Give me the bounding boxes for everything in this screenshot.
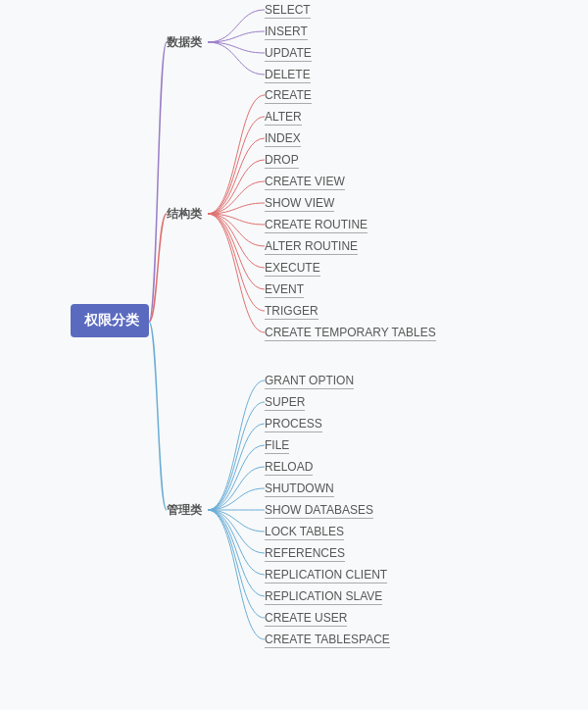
leaf-label: EXECUTE bbox=[265, 261, 320, 277]
leaf-label: ALTER ROUTINE bbox=[265, 239, 358, 255]
leaf-label: LOCK TABLES bbox=[265, 525, 344, 540]
leaf-label: SELECT bbox=[265, 3, 311, 19]
leaf-label: REPLICATION CLIENT bbox=[265, 568, 387, 583]
leaf-label: REPLICATION SLAVE bbox=[265, 589, 382, 605]
leaf-label: ALTER bbox=[265, 110, 302, 126]
leaf-label: SUPER bbox=[265, 395, 305, 411]
leaf-label: INDEX bbox=[265, 131, 301, 147]
leaf-label: REFERENCES bbox=[265, 546, 345, 562]
leaf-label: GRANT OPTION bbox=[265, 374, 354, 389]
leaf-label: PROCESS bbox=[265, 417, 322, 432]
leaf-label: RELOAD bbox=[265, 460, 313, 476]
mindmap-diagram: 权限分类数据类SELECTINSERTUPDATEDELETE结构类CREATE… bbox=[0, 0, 588, 710]
category-label-0: 数据类 bbox=[167, 34, 202, 51]
leaf-label: SHUTDOWN bbox=[265, 482, 334, 497]
leaf-label: CREATE TEMPORARY TABLES bbox=[265, 326, 436, 341]
category-label-2: 管理类 bbox=[167, 502, 202, 519]
leaf-label: CREATE ROUTINE bbox=[265, 218, 368, 233]
category-label-1: 结构类 bbox=[167, 206, 202, 223]
leaf-label: DROP bbox=[265, 153, 299, 169]
leaf-label: EVENT bbox=[265, 282, 304, 298]
leaf-label: CREATE VIEW bbox=[265, 175, 345, 190]
leaf-label: CREATE TABLESPACE bbox=[265, 633, 390, 648]
root-node: 权限分类 bbox=[71, 304, 149, 337]
leaf-label: TRIGGER bbox=[265, 304, 318, 320]
leaf-label: CREATE bbox=[265, 88, 312, 104]
leaf-label: INSERT bbox=[265, 25, 308, 40]
leaf-label: SHOW DATABASES bbox=[265, 503, 373, 519]
leaf-label: SHOW VIEW bbox=[265, 196, 334, 212]
leaf-label: CREATE USER bbox=[265, 611, 347, 627]
leaf-label: FILE bbox=[265, 438, 289, 454]
leaf-label: UPDATE bbox=[265, 46, 312, 62]
leaf-label: DELETE bbox=[265, 68, 311, 83]
